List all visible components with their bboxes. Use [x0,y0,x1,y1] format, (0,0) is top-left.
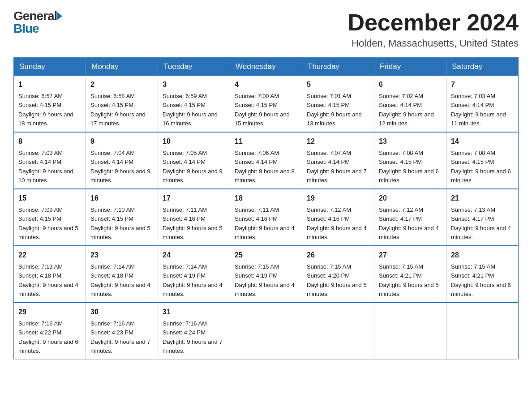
day-number: 17 [163,193,225,204]
calendar-day: 4 Sunrise: 7:00 AMSunset: 4:15 PMDayligh… [230,76,302,132]
calendar-day: 28 Sunrise: 7:15 AMSunset: 4:21 PMDaylig… [446,246,519,303]
calendar-day: 27 Sunrise: 7:15 AMSunset: 4:21 PMDaylig… [374,246,446,303]
calendar-day: 14 Sunrise: 7:08 AMSunset: 4:15 PMDaylig… [446,132,519,189]
calendar-day [446,303,519,360]
col-header-sunday: Sunday [14,58,86,76]
col-header-saturday: Saturday [446,58,519,76]
day-number: 8 [18,136,81,147]
day-number: 3 [163,79,225,90]
col-header-thursday: Thursday [302,58,374,76]
col-header-monday: Monday [86,58,158,76]
day-info: Sunrise: 7:12 AMSunset: 4:17 PMDaylight:… [379,206,439,240]
calendar-week-1: 1 Sunrise: 6:57 AMSunset: 4:15 PMDayligh… [14,76,519,132]
calendar-day [230,303,302,360]
day-number: 21 [451,193,514,204]
day-info: Sunrise: 7:07 AMSunset: 4:14 PMDaylight:… [307,150,367,184]
calendar-day: 11 Sunrise: 7:06 AMSunset: 4:14 PMDaylig… [230,132,302,189]
day-info: Sunrise: 7:12 AMSunset: 4:16 PMDaylight:… [307,206,367,240]
day-number: 16 [90,193,153,204]
day-info: Sunrise: 7:14 AMSunset: 4:19 PMDaylight:… [163,263,223,297]
calendar-day: 2 Sunrise: 6:58 AMSunset: 4:15 PMDayligh… [86,76,158,132]
calendar-week-4: 22 Sunrise: 7:13 AMSunset: 4:18 PMDaylig… [14,246,519,303]
calendar-day: 17 Sunrise: 7:11 AMSunset: 4:16 PMDaylig… [158,189,230,246]
day-info: Sunrise: 7:08 AMSunset: 4:15 PMDaylight:… [451,150,511,184]
day-number: 23 [90,250,153,261]
calendar-day [374,303,446,360]
calendar-day: 20 Sunrise: 7:12 AMSunset: 4:17 PMDaylig… [374,189,446,246]
location-subtitle: Holden, Massachusetts, United States [348,38,519,49]
calendar-day: 21 Sunrise: 7:13 AMSunset: 4:17 PMDaylig… [446,189,519,246]
day-number: 19 [307,193,369,204]
day-number: 7 [451,79,514,90]
day-info: Sunrise: 7:16 AMSunset: 4:23 PMDaylight:… [90,320,150,354]
day-number: 11 [235,136,297,147]
calendar-day: 16 Sunrise: 7:10 AMSunset: 4:15 PMDaylig… [86,189,158,246]
calendar-week-2: 8 Sunrise: 7:03 AMSunset: 4:14 PMDayligh… [14,132,519,189]
calendar-day: 7 Sunrise: 7:03 AMSunset: 4:14 PMDayligh… [446,76,519,132]
day-number: 9 [90,136,153,147]
day-number: 12 [307,136,369,147]
day-info: Sunrise: 7:16 AMSunset: 4:22 PMDaylight:… [18,320,78,354]
calendar-day: 9 Sunrise: 7:04 AMSunset: 4:14 PMDayligh… [86,132,158,189]
calendar-day: 8 Sunrise: 7:03 AMSunset: 4:14 PMDayligh… [14,132,86,189]
calendar-day: 30 Sunrise: 7:16 AMSunset: 4:23 PMDaylig… [86,303,158,360]
day-number: 5 [307,79,369,90]
calendar-day: 25 Sunrise: 7:15 AMSunset: 4:19 PMDaylig… [230,246,302,303]
logo: General Blue [13,9,63,36]
day-info: Sunrise: 7:09 AMSunset: 4:15 PMDaylight:… [18,206,78,240]
calendar-day: 31 Sunrise: 7:16 AMSunset: 4:24 PMDaylig… [158,303,230,360]
day-info: Sunrise: 7:11 AMSunset: 4:16 PMDaylight:… [163,206,223,240]
day-info: Sunrise: 7:15 AMSunset: 4:21 PMDaylight:… [379,263,439,297]
day-info: Sunrise: 7:03 AMSunset: 4:14 PMDaylight:… [451,93,506,127]
calendar-day: 10 Sunrise: 7:05 AMSunset: 4:14 PMDaylig… [158,132,230,189]
day-info: Sunrise: 6:59 AMSunset: 4:15 PMDaylight:… [163,93,218,127]
day-number: 6 [379,79,442,90]
calendar-day: 12 Sunrise: 7:07 AMSunset: 4:14 PMDaylig… [302,132,374,189]
day-info: Sunrise: 7:05 AMSunset: 4:14 PMDaylight:… [163,150,223,184]
day-number: 29 [18,307,81,317]
calendar-day: 22 Sunrise: 7:13 AMSunset: 4:18 PMDaylig… [14,246,86,303]
day-info: Sunrise: 7:06 AMSunset: 4:14 PMDaylight:… [235,150,295,184]
calendar-day: 3 Sunrise: 6:59 AMSunset: 4:15 PMDayligh… [158,76,230,132]
day-number: 10 [163,136,225,147]
day-number: 4 [235,79,297,90]
calendar-day: 6 Sunrise: 7:02 AMSunset: 4:14 PMDayligh… [374,76,446,132]
col-header-wednesday: Wednesday [230,58,302,76]
day-info: Sunrise: 7:15 AMSunset: 4:21 PMDaylight:… [451,263,511,297]
calendar-day: 18 Sunrise: 7:11 AMSunset: 4:16 PMDaylig… [230,189,302,246]
col-header-friday: Friday [374,58,446,76]
calendar-header-row: Sunday Monday Tuesday Wednesday Thursday… [14,58,519,76]
day-number: 20 [379,193,442,204]
day-info: Sunrise: 7:00 AMSunset: 4:15 PMDaylight:… [235,93,290,127]
logo-blue-text: Blue [13,21,39,36]
day-number: 28 [451,250,514,261]
calendar-day: 13 Sunrise: 7:08 AMSunset: 4:15 PMDaylig… [374,132,446,189]
calendar-day: 29 Sunrise: 7:16 AMSunset: 4:22 PMDaylig… [14,303,86,360]
calendar-table: Sunday Monday Tuesday Wednesday Thursday… [13,57,519,360]
calendar-day: 15 Sunrise: 7:09 AMSunset: 4:15 PMDaylig… [14,189,86,246]
calendar-week-3: 15 Sunrise: 7:09 AMSunset: 4:15 PMDaylig… [14,189,519,246]
calendar-day: 5 Sunrise: 7:01 AMSunset: 4:15 PMDayligh… [302,76,374,132]
day-info: Sunrise: 7:13 AMSunset: 4:17 PMDaylight:… [451,206,511,240]
calendar-day [302,303,374,360]
day-info: Sunrise: 7:01 AMSunset: 4:15 PMDaylight:… [307,93,362,127]
day-number: 22 [18,250,81,261]
calendar-day: 1 Sunrise: 6:57 AMSunset: 4:15 PMDayligh… [14,76,86,132]
col-header-tuesday: Tuesday [158,58,230,76]
calendar-day: 24 Sunrise: 7:14 AMSunset: 4:19 PMDaylig… [158,246,230,303]
calendar-day: 26 Sunrise: 7:15 AMSunset: 4:20 PMDaylig… [302,246,374,303]
day-info: Sunrise: 6:58 AMSunset: 4:15 PMDaylight:… [90,93,146,127]
logo-flag-icon [57,12,62,20]
day-info: Sunrise: 6:57 AMSunset: 4:15 PMDaylight:… [18,93,73,127]
day-number: 15 [18,193,81,204]
day-number: 13 [379,136,442,147]
day-number: 24 [163,250,225,261]
day-number: 26 [307,250,369,261]
day-number: 18 [235,193,297,204]
day-info: Sunrise: 7:02 AMSunset: 4:14 PMDaylight:… [379,93,434,127]
calendar-day: 23 Sunrise: 7:14 AMSunset: 4:18 PMDaylig… [86,246,158,303]
day-info: Sunrise: 7:11 AMSunset: 4:16 PMDaylight:… [235,206,295,240]
day-number: 2 [90,79,153,90]
day-number: 30 [90,307,153,317]
day-info: Sunrise: 7:14 AMSunset: 4:18 PMDaylight:… [90,263,150,297]
